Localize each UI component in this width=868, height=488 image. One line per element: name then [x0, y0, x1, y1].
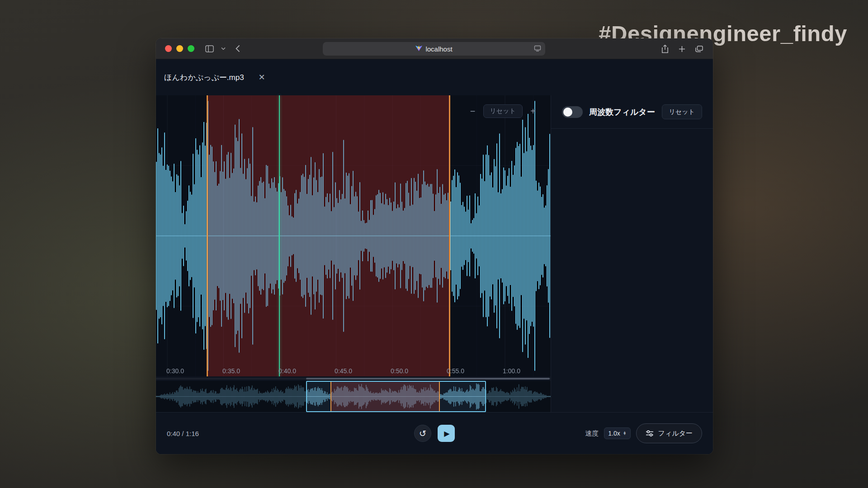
back-button[interactable]: [236, 45, 240, 52]
waveform-minimap[interactable]: [156, 381, 551, 412]
speed-value: 1.0x: [608, 430, 620, 437]
sliders-icon: [646, 430, 654, 437]
zoom-controls: − リセット +: [466, 104, 540, 118]
tab-overview-icon[interactable]: [695, 46, 703, 52]
time-label: 0:50.0: [391, 367, 408, 375]
desktop-background: #Designengineer_findy: [0, 0, 868, 488]
filter-panel-title: 周波数フィルター: [589, 107, 655, 117]
waveform-canvas[interactable]: [156, 95, 551, 376]
play-button[interactable]: ▶: [438, 425, 455, 442]
filter-button-label: フィルター: [658, 429, 693, 438]
share-icon[interactable]: [661, 45, 669, 53]
time-label: 0:40.0: [278, 367, 296, 375]
stepper-icon: ▲▼: [623, 432, 627, 436]
web-page: ほんわかぷっぷー.mp3 ✕ − リセット +: [156, 59, 713, 454]
fullscreen-window-button[interactable]: [188, 45, 194, 52]
site-favicon: [415, 45, 422, 53]
frequency-filter-toggle[interactable]: [562, 106, 583, 118]
region-start-handle[interactable]: [207, 95, 208, 376]
time-label: 0:55.0: [447, 367, 464, 375]
sidebar-toggle-icon[interactable]: [205, 45, 214, 52]
waveform-scrollbar[interactable]: [156, 376, 551, 381]
toggle-knob: [563, 108, 572, 117]
time-display: 0:40 / 1:16: [167, 430, 199, 437]
speed-select[interactable]: 1.0x ▲▼: [604, 427, 630, 439]
filter-panel-header: 周波数フィルター リセット: [551, 95, 713, 129]
address-bar[interactable]: localhost: [323, 42, 545, 56]
window-controls: [156, 45, 194, 52]
close-window-button[interactable]: [165, 45, 172, 52]
waveform-display[interactable]: − リセット + 0:30.0 0:35.0 0:40.0 0:45.0 0:5…: [156, 95, 551, 376]
playhead[interactable]: [279, 95, 280, 376]
region-end-handle[interactable]: [449, 95, 450, 376]
time-label: 1:00.0: [503, 367, 520, 375]
restart-icon: ↺: [419, 429, 426, 438]
zoom-reset-button[interactable]: リセット: [483, 104, 523, 118]
browser-window: localhost: [156, 38, 713, 454]
play-icon: ▶: [444, 429, 449, 438]
url-text: localhost: [425, 45, 452, 53]
filter-reset-button[interactable]: リセット: [662, 104, 702, 119]
chevron-down-icon[interactable]: [221, 47, 226, 50]
browser-titlebar: localhost: [156, 38, 713, 59]
time-label: 0:45.0: [335, 367, 352, 375]
file-tab-row: ほんわかぷっぷー.mp3 ✕: [156, 59, 713, 95]
speed-label: 速度: [585, 429, 599, 438]
restart-button[interactable]: ↺: [414, 425, 431, 442]
filter-panel: 周波数フィルター リセット: [551, 95, 713, 412]
file-name: ほんわかぷっぷー.mp3: [164, 72, 244, 83]
new-tab-icon[interactable]: [679, 46, 685, 52]
zoom-out-button[interactable]: −: [466, 104, 480, 118]
minimap-dim-left: [156, 381, 306, 412]
scrollbar-thumb[interactable]: [306, 378, 550, 380]
time-label: 0:35.0: [222, 367, 240, 375]
transport-bar: 0:40 / 1:16 ↺ ▶ 速度 1.0x ▲▼: [156, 412, 713, 454]
close-file-button[interactable]: ✕: [257, 71, 267, 83]
minimap-viewport[interactable]: [306, 381, 486, 412]
page-settings-icon[interactable]: [534, 45, 541, 53]
minimize-window-button[interactable]: [176, 45, 183, 52]
zoom-in-button[interactable]: +: [526, 104, 540, 118]
minimap-dim-right: [486, 381, 551, 412]
filter-button[interactable]: フィルター: [636, 423, 702, 443]
time-label: 0:30.0: [166, 367, 184, 375]
time-axis: 0:30.0 0:35.0 0:40.0 0:45.0 0:50.0 0:55.…: [156, 366, 551, 375]
